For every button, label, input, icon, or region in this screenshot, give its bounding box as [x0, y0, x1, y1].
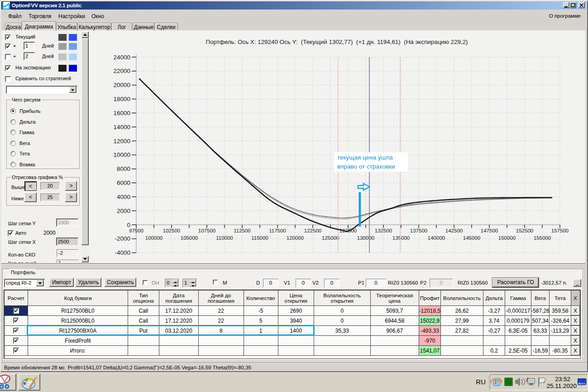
svg-text:14000: 14000: [113, 124, 130, 131]
svg-text:110000: 110000: [216, 235, 233, 241]
svg-text:12000: 12000: [113, 138, 130, 145]
svg-text:97500: 97500: [129, 228, 143, 233]
svg-text:22000: 22000: [113, 68, 130, 74]
svg-text:112500: 112500: [234, 228, 251, 233]
svg-text:145000: 145000: [463, 235, 480, 241]
svg-text:120000: 120000: [287, 235, 304, 241]
svg-text:6000: 6000: [117, 179, 130, 186]
svg-text:102500: 102500: [163, 228, 180, 233]
svg-text:2000: 2000: [117, 208, 130, 214]
svg-text:157500: 157500: [551, 228, 569, 233]
svg-text:147500: 147500: [481, 228, 498, 233]
svg-text:140000: 140000: [428, 235, 445, 241]
svg-text:Портфель: Ось X: 129240 Ось Y:: Портфель: Ось X: 129240 Ось Y: (Текущий …: [206, 39, 468, 45]
svg-text:вправо от страховки: вправо от страховки: [337, 163, 395, 170]
svg-text:155000: 155000: [534, 235, 551, 241]
svg-text:100000: 100000: [145, 235, 163, 241]
svg-text:20000: 20000: [113, 82, 130, 88]
svg-text:130000: 130000: [357, 235, 374, 241]
svg-text:107500: 107500: [198, 228, 215, 233]
svg-text:18000: 18000: [113, 96, 130, 102]
svg-text:115000: 115000: [251, 235, 268, 241]
svg-text:137500: 137500: [410, 228, 427, 233]
svg-text:-2000: -2000: [115, 235, 130, 242]
svg-text:135000: 135000: [392, 235, 410, 241]
svg-text:117500: 117500: [269, 228, 286, 233]
svg-text:16000: 16000: [113, 110, 130, 116]
svg-text:150000: 150000: [498, 235, 516, 241]
svg-text:10000: 10000: [113, 151, 130, 158]
svg-text:122500: 122500: [304, 228, 321, 233]
svg-text:24000: 24000: [113, 54, 130, 61]
svg-text:4000: 4000: [117, 194, 130, 200]
svg-text:-4000: -4000: [115, 249, 130, 256]
svg-text:125000: 125000: [322, 235, 339, 241]
svg-text:142500: 142500: [445, 228, 463, 233]
svg-text:132500: 132500: [375, 228, 392, 233]
svg-text:152500: 152500: [516, 228, 533, 233]
svg-text:105000: 105000: [181, 235, 198, 241]
svg-text:8000: 8000: [117, 165, 130, 172]
svg-text:0: 0: [127, 222, 130, 228]
svg-text:текущая цена ушла: текущая цена ушла: [337, 154, 393, 161]
